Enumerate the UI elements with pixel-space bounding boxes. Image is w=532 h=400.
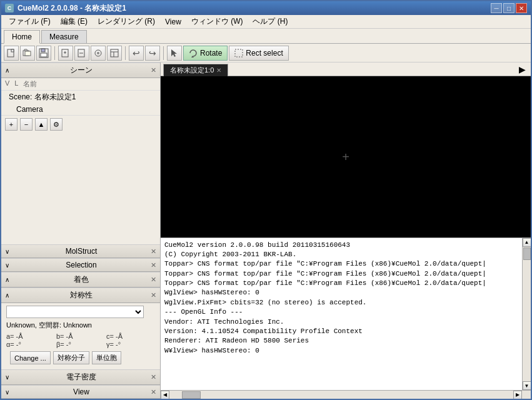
- scene-remove-button[interactable]: −: [20, 118, 33, 131]
- scene-node[interactable]: Scene: 名称未設定1: [1, 91, 160, 104]
- tab-home[interactable]: Home: [4, 30, 40, 44]
- new-button[interactable]: [4, 46, 19, 61]
- symmetry-title: 対称性: [70, 290, 93, 301]
- app-icon: C: [5, 4, 14, 12]
- space-group-label: Unknown, 空間群: Unknown: [6, 321, 155, 330]
- symmetry-arrow: ∧: [5, 292, 9, 299]
- scroll-up-button[interactable]: ▲: [523, 238, 531, 247]
- scroll-down-button[interactable]: ▼: [523, 381, 531, 390]
- symmetry-close-button[interactable]: ✕: [151, 291, 156, 299]
- open-button[interactable]: [20, 46, 35, 61]
- symmetry-select[interactable]: [6, 306, 144, 318]
- console-line-9: Vendor: ATI Technologies Inc.: [164, 318, 518, 327]
- viewport-scroll-right[interactable]: ▶: [516, 63, 528, 76]
- molstruct-panel-header[interactable]: ∨ MolStruct ✕: [1, 244, 160, 258]
- selection-panel-header[interactable]: ∨ Selection ✕: [1, 258, 160, 272]
- camera-node[interactable]: Camera: [1, 104, 160, 115]
- menu-file[interactable]: ファイル (F): [4, 15, 56, 28]
- symmetry-panel-header[interactable]: ∧ 対称性 ✕: [1, 288, 160, 303]
- molstruct-arrow: ∨: [5, 248, 9, 255]
- redo-button[interactable]: ↪: [145, 46, 160, 61]
- menu-window[interactable]: ウィンドウ (W): [186, 15, 248, 28]
- viewport-tab-bar: 名称未設定1:0 ✕ ▶: [161, 62, 531, 76]
- viewport-tab-close-button[interactable]: ✕: [216, 67, 221, 74]
- rotate-button[interactable]: Rotate: [183, 46, 228, 61]
- svg-rect-5: [41, 49, 45, 52]
- settings-button[interactable]: [107, 46, 122, 61]
- scene-controls: + − ▲ ⚙: [1, 115, 160, 133]
- render-button[interactable]: [91, 46, 106, 61]
- console-line-5: Toppar> CNS format top/par file "C:¥Prog…: [164, 279, 518, 288]
- svg-point-13: [97, 52, 99, 54]
- scene-settings-button[interactable]: ⚙: [50, 118, 63, 131]
- console-output[interactable]: CueMol2 version 2.0.0.98 build 201103151…: [161, 238, 522, 391]
- scene-panel-header[interactable]: ∧ シーン ✕: [1, 62, 160, 78]
- density-close-button[interactable]: ✕: [151, 373, 156, 381]
- view-panel-header[interactable]: ∨ View ✕: [1, 385, 160, 399]
- cursor-button[interactable]: [167, 46, 182, 61]
- export-button[interactable]: [74, 46, 89, 61]
- undo-button[interactable]: ↩: [129, 46, 144, 61]
- sep3: [163, 46, 164, 60]
- menu-view[interactable]: View: [160, 16, 186, 28]
- selection-close-button[interactable]: ✕: [151, 261, 156, 269]
- svg-rect-6: [41, 53, 47, 57]
- selection-title: Selection: [66, 261, 96, 269]
- console-line-0: CueMol2 version 2.0.0.98 build 201103151…: [164, 241, 518, 250]
- h-scroll-left-button[interactable]: ◀: [161, 391, 169, 399]
- viewport[interactable]: +: [161, 76, 531, 238]
- rect-select-button[interactable]: Rect select: [229, 46, 288, 61]
- view-close-button[interactable]: ✕: [151, 388, 156, 396]
- h-scroll-thumb[interactable]: [182, 391, 201, 399]
- molstruct-title: MolStruct: [66, 247, 98, 256]
- color-title: 着色: [74, 274, 89, 285]
- color-close-button[interactable]: ✕: [151, 276, 156, 284]
- menu-help[interactable]: ヘルプ (H): [248, 15, 293, 28]
- density-panel-header[interactable]: ∨ 電子密度 ✕: [1, 369, 160, 385]
- svg-rect-1: [11, 49, 14, 52]
- console-line-4: Toppar> CNS format top/par file "C:¥Prog…: [164, 269, 518, 279]
- main-area: ∧ シーン ✕ V L 名前 Scene: 名称未設定1 Camera + − …: [1, 62, 531, 399]
- molstruct-close-button[interactable]: ✕: [151, 248, 156, 256]
- color-panel-header[interactable]: ∧ 着色 ✕: [1, 272, 160, 288]
- scene-move-button[interactable]: ▲: [35, 118, 48, 131]
- title-bar: C CueMol2 2.0.0.98 - 名称未設定1 ─ □ ✕: [1, 1, 531, 15]
- save-button[interactable]: [36, 46, 51, 61]
- svg-marker-17: [171, 49, 177, 57]
- view-title: View: [73, 388, 89, 396]
- tab-measure[interactable]: Measure: [41, 30, 87, 43]
- field-c-label: c= -Å: [106, 332, 155, 340]
- console-horizontal-scroll: ◀ ▶: [161, 390, 531, 399]
- col-name: 名前: [23, 79, 37, 89]
- col-l: L: [14, 79, 18, 89]
- svg-rect-3: [25, 51, 31, 56]
- maximize-button[interactable]: □: [503, 3, 514, 13]
- close-button[interactable]: ✕: [516, 3, 527, 13]
- density-arrow: ∨: [5, 374, 9, 381]
- console-scrollbar[interactable]: ▲ ▼: [522, 238, 531, 391]
- viewport-tab-0[interactable]: 名称未設定1:0 ✕: [163, 64, 228, 76]
- menu-edit[interactable]: 編集 (E): [56, 15, 93, 28]
- mol-button[interactable]: 対称分子: [53, 351, 89, 364]
- menu-render[interactable]: レンダリング (R): [93, 15, 160, 28]
- scene-close-button[interactable]: ✕: [151, 66, 156, 74]
- change-button[interactable]: Change ...: [10, 351, 51, 364]
- console-line-7: WglView.PixFmt> cbits=32 (no stereo) is …: [164, 298, 518, 308]
- scene-add-button[interactable]: +: [5, 118, 18, 131]
- field-a-label: a= -Å: [6, 332, 55, 340]
- svg-rect-19: [235, 49, 243, 57]
- minimize-button[interactable]: ─: [491, 3, 502, 13]
- sep2: [125, 46, 126, 60]
- console-row: CueMol2 version 2.0.0.98 build 201103151…: [161, 238, 531, 391]
- sidebar: ∧ シーン ✕ V L 名前 Scene: 名称未設定1 Camera + − …: [1, 62, 161, 399]
- import-button[interactable]: [58, 46, 73, 61]
- h-scroll-right-button[interactable]: ▶: [513, 391, 522, 399]
- console-line-3: Toppar> CNS format top/par file "C:¥Prog…: [164, 259, 518, 269]
- cell-button[interactable]: 単位胞: [92, 351, 121, 364]
- symmetry-panel-body: Unknown, 空間群: Unknown a= -Å b= -Å c= -Å …: [1, 303, 160, 369]
- scroll-thumb[interactable]: [523, 248, 531, 260]
- menu-bar: ファイル (F) 編集 (E) レンダリング (R) View ウィンドウ (W…: [1, 15, 531, 29]
- field-beta-label: β= -°: [56, 341, 105, 348]
- console-line-8: --- OpenGL Info ---: [164, 308, 518, 317]
- scroll-track: [523, 247, 531, 382]
